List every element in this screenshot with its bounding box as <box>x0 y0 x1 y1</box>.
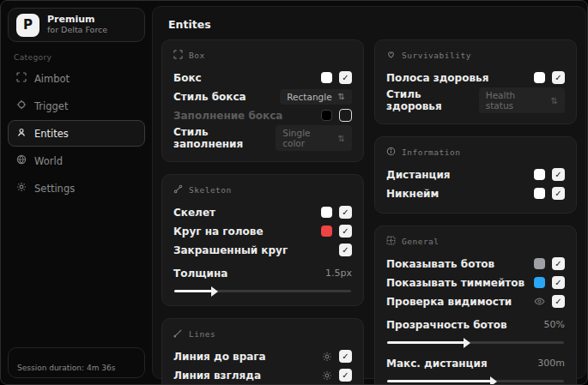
checkbox[interactable]: ✓ <box>552 71 565 84</box>
settings-gear-icon <box>16 182 27 195</box>
setting-label: Закрашенный круг <box>173 244 288 256</box>
sidebar-item-label: Entites <box>34 128 69 140</box>
sidebar: P Premium for Delta Force Category Aimbo… <box>1 1 152 384</box>
sidebar-item-label: Aimbot <box>34 73 70 85</box>
general-card: General Показывать ботов ✓ Показывать ти… <box>374 226 577 385</box>
setting-row: Прозрачность ботов 50% <box>386 316 565 334</box>
skeleton-card: Skeleton Скелет ✓ Круг на голове ✓ <box>161 174 364 306</box>
lines-card: Lines Линия до врага ✓ <box>161 318 364 385</box>
slider-thumb[interactable] <box>490 376 497 385</box>
color-swatch[interactable] <box>534 188 545 199</box>
survivability-card: Survivability Полоса здоровья ✓ Стиль зд… <box>374 39 577 124</box>
select-value: Rectangle <box>287 92 331 102</box>
color-swatch[interactable] <box>321 110 332 121</box>
checkbox[interactable]: ✓ <box>552 295 565 308</box>
select-value: Single color <box>282 128 331 148</box>
setting-label: Полоса здоровья <box>386 72 488 84</box>
color-swatch[interactable] <box>534 277 545 288</box>
gear-icon[interactable] <box>125 17 136 33</box>
color-swatch[interactable] <box>534 169 545 180</box>
sidebar-item-world[interactable]: World <box>8 147 145 174</box>
slider-thumb[interactable] <box>211 286 218 297</box>
heart-icon <box>386 50 396 61</box>
eye-icon[interactable] <box>534 296 545 307</box>
checkbox[interactable]: ✓ <box>339 225 352 238</box>
slider-thumb[interactable] <box>464 338 470 348</box>
sidebar-item-settings[interactable]: Settings <box>8 175 145 202</box>
setting-row: Дистанция ✓ <box>386 165 565 183</box>
setting-row: Скелет ✓ <box>173 203 352 221</box>
sidebar-item-entites[interactable]: Entites <box>8 120 145 147</box>
section-title: General <box>402 237 439 246</box>
setting-label: Макс. дистанция <box>386 358 488 370</box>
sidebar-item-label: World <box>34 155 63 167</box>
sidebar-item-aimbot[interactable]: Aimbot <box>8 65 145 92</box>
checkbox[interactable]: ✓ <box>339 71 352 84</box>
checkbox[interactable]: ✓ <box>552 257 565 270</box>
setting-label: Толщина <box>173 268 227 280</box>
updown-arrows-icon: ⇅ <box>551 96 558 105</box>
gear-icon[interactable] <box>322 370 332 381</box>
thickness-slider[interactable] <box>174 290 351 292</box>
grid-icon <box>386 236 396 247</box>
information-card: Information Дистанция ✓ Никнейм ✓ <box>374 136 577 214</box>
checkbox[interactable]: ✓ <box>552 276 565 289</box>
slider-value: 1.5px <box>325 268 352 279</box>
page-title: Entites <box>161 15 577 39</box>
color-swatch[interactable] <box>321 207 332 218</box>
brand-subtitle: for Delta Force <box>47 26 118 35</box>
aimbot-scan-icon <box>16 72 27 85</box>
setting-row: Линия до врага ✓ <box>173 347 352 365</box>
setting-label: Показывать тиммейтов <box>386 277 524 289</box>
bone-icon <box>173 184 183 196</box>
line-icon <box>173 328 183 340</box>
gear-icon[interactable] <box>322 352 332 362</box>
fill-style-select[interactable]: Single color ⇅ <box>276 125 352 151</box>
sidebar-item-trigget[interactable]: Trigget <box>8 93 145 119</box>
section-title: Skeleton <box>189 185 232 195</box>
checkbox[interactable]: ✓ <box>552 168 565 181</box>
setting-row: Никнейм ✓ <box>386 184 565 202</box>
app-logo: P <box>16 14 39 37</box>
app-window: P Premium for Delta Force Category Aimbo… <box>0 0 588 385</box>
setting-row: Линия взгляда ✓ <box>173 366 352 384</box>
setting-label: Бокс <box>173 72 202 84</box>
session-duration-text: Session duration: 4m 36s <box>17 364 115 372</box>
setting-label: Заполнение бокса <box>173 110 282 122</box>
setting-label: Проверка видимости <box>386 296 512 308</box>
setting-row: Проверка видимости ✓ <box>386 292 565 310</box>
color-swatch[interactable] <box>321 226 332 237</box>
info-icon <box>386 147 396 158</box>
section-title: Box <box>189 51 205 60</box>
health-style-select[interactable]: Health status ⇅ <box>479 87 565 113</box>
brand-card: P Premium for Delta Force <box>8 8 145 42</box>
setting-label: Стиль бокса <box>173 91 246 103</box>
checkbox[interactable]: ✓ <box>552 187 565 200</box>
select-value: Health status <box>486 90 545 111</box>
updown-arrows-icon: ⇅ <box>338 92 345 101</box>
setting-row: Полоса здоровья ✓ <box>386 69 565 87</box>
checkbox[interactable] <box>339 109 352 122</box>
slider-value: 300m <box>537 358 565 369</box>
setting-row: Заполнение бокса <box>173 106 352 124</box>
setting-row: Бокс ✓ <box>173 69 352 87</box>
color-swatch[interactable] <box>534 72 545 83</box>
color-swatch[interactable] <box>534 258 545 269</box>
box-scan-icon <box>173 50 183 61</box>
box-style-select[interactable]: Rectangle ⇅ <box>280 89 352 105</box>
color-swatch[interactable] <box>321 72 332 83</box>
max-distance-slider[interactable] <box>387 380 564 382</box>
globe-icon <box>16 154 27 167</box>
setting-row: Круг на голове ✓ <box>173 222 352 240</box>
checkbox[interactable]: ✓ <box>339 369 352 382</box>
setting-label: Круг на голове <box>173 226 264 238</box>
slider-value: 50% <box>544 319 565 330</box>
main-panel: Entites Box Бокс <box>152 6 586 379</box>
checkbox[interactable]: ✓ <box>339 206 352 219</box>
setting-label: Показывать ботов <box>386 258 494 270</box>
bot-opacity-slider[interactable] <box>387 341 564 344</box>
checkbox[interactable]: ✓ <box>339 244 352 256</box>
checkbox[interactable]: ✓ <box>339 350 352 363</box>
session-duration-box: Session duration: 4m 36s <box>8 347 145 378</box>
setting-row: Стиль бокса Rectangle ⇅ <box>173 87 352 105</box>
